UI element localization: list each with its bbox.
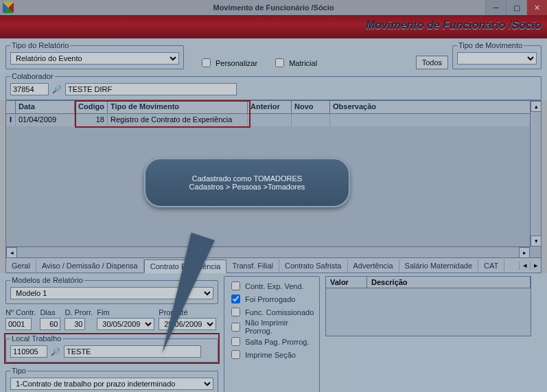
func-comissionado-checkbox[interactable] [231,308,240,316]
func-comissionado-label: Func. Comissionado [245,308,314,316]
callout-bubble: Cadastrado como TOMADORES Cadastros > Pe… [144,158,350,207]
col-valor[interactable]: Valor [326,277,367,288]
tab-scroll-left-icon[interactable]: ◂ [519,261,530,270]
window-title: Movimento de Funcionário /Sócio [213,3,334,12]
nao-imprimir-prorrog-label: Não Imprimir Prorrog. [245,319,315,335]
modelos-relatorio-label: Modelos de Relatório [10,276,84,284]
col-anterior[interactable]: Anterior [248,101,292,113]
tipo-contrato-label: Tipo [10,367,27,375]
n-contr-label: Nº Contr. [5,308,36,316]
cell-obs [330,114,541,126]
colaborador-label: Colaborador [10,72,55,80]
personalizar-checkbox[interactable] [202,58,211,67]
salta-pag-prorrog-label: Salta Pag. Prorrog. [245,338,310,346]
callout-line1: Cadastrado como TOMADORES [158,174,336,183]
cell-tipomov: Registro de Contrato de Experiência [108,114,248,126]
callout-line2: Cadastros > Pessoas >Tomadores [158,183,336,191]
cell-anterior [248,114,292,126]
personalizar-label: Personalizar [216,59,257,67]
row-marker: I [6,114,16,126]
colaborador-code-input[interactable] [10,83,49,95]
foi-prorrogado-checkbox[interactable] [231,295,240,303]
col-obs[interactable]: Observação [330,101,541,113]
tab-transf-filial[interactable]: Transf. Filial [226,260,279,272]
scroll-down-icon[interactable]: ▾ [531,235,542,246]
app-icon [3,2,14,13]
tab-geral[interactable]: Geral [6,260,36,272]
dprorr-input[interactable] [65,318,85,330]
contr-exp-vend-label: Contr. Exp. Vend. [245,282,304,290]
tab-cat[interactable]: CAT [478,260,504,272]
header-band: Movimento de Funcionário /Sócio [0,15,547,38]
foi-prorrogado-label: Foi Prorrogado [245,295,295,303]
search-icon[interactable] [51,84,62,95]
col-codigo[interactable]: Codigo [75,101,108,113]
col-descricao[interactable]: Descrição [367,277,531,288]
scroll-right-icon[interactable]: ▸ [519,247,530,258]
scroll-left-icon[interactable]: ◂ [6,247,17,258]
colaborador-name-input[interactable] [65,83,237,95]
tab-contrato-safrista[interactable]: Contrato Safrista [279,260,348,272]
title-bar: Movimento de Funcionário /Sócio ─ ▢ ✕ [0,0,547,15]
fim-label: Fim [97,308,154,316]
n-contr-input[interactable] [5,318,32,330]
tipo-relatorio-select[interactable]: Relatório do Evento [10,52,179,65]
row-marker-header [6,101,16,113]
local-trabalho-code-input[interactable] [10,345,47,358]
table-row[interactable]: I 01/04/2009 18 Registro de Contrato de … [6,114,541,126]
imprime-secao-checkbox[interactable] [231,350,240,359]
tipo-relatorio-label: Tipo do Relatório [10,41,70,49]
dias-input[interactable] [40,318,60,330]
dias-label: Dias [40,308,60,316]
col-data[interactable]: Data [16,101,75,113]
salta-pag-prorrog-checkbox[interactable] [231,337,240,346]
cell-data: 01/04/2009 [16,114,75,126]
matricial-label: Matricial [289,59,317,67]
col-novo[interactable]: Novo [292,101,330,113]
scroll-up-icon[interactable]: ▴ [531,101,542,112]
tab-scroll-right-icon[interactable]: ▸ [530,261,541,270]
tipo-movimento-label: Tipo de Movimento [457,41,524,49]
local-trabalho-label: Local Trabalho [10,334,62,343]
search-icon[interactable] [50,346,61,357]
imprime-secao-label: Imprime Seção [245,351,296,359]
maximize-button[interactable]: ▢ [506,0,526,15]
vertical-scrollbar[interactable]: ▴ ▾ [530,101,541,246]
tab-salario-maternidade[interactable]: Salário Maternidade [399,260,478,272]
todos-button[interactable]: Todos [416,56,448,69]
cell-codigo: 18 [75,114,108,126]
valor-descricao-grid: Valor Descrição [325,276,531,336]
minimize-button[interactable]: ─ [485,0,506,15]
tipo-movimento-select[interactable] [457,52,537,65]
fim-select[interactable]: 30/05/2009 [97,318,154,330]
local-trabalho-name-input[interactable] [64,345,201,358]
tab-advertencia[interactable]: Advertência [348,260,399,272]
matricial-checkbox[interactable] [275,58,284,67]
cell-novo [292,114,330,126]
dprorr-label: D. Prorr. [65,308,93,316]
contr-exp-vend-checkbox[interactable] [231,281,240,290]
tab-aviso[interactable]: Aviso / Demissão / Dispensa [36,260,144,272]
header-subtitle: Movimento de Funcionário /Sócio [366,19,542,32]
close-button[interactable]: ✕ [526,0,547,15]
tab-bar: Geral Aviso / Demissão / Dispensa Contra… [5,258,542,273]
horizontal-scrollbar[interactable]: ◂ ▸ [6,246,530,257]
col-tipomov[interactable]: Tipo de Movimento [108,101,248,113]
nao-imprimir-prorrog-checkbox[interactable] [231,323,240,332]
tipo-contrato-select[interactable]: 1-Contrato de trabalho por prazo indeter… [10,378,213,390]
